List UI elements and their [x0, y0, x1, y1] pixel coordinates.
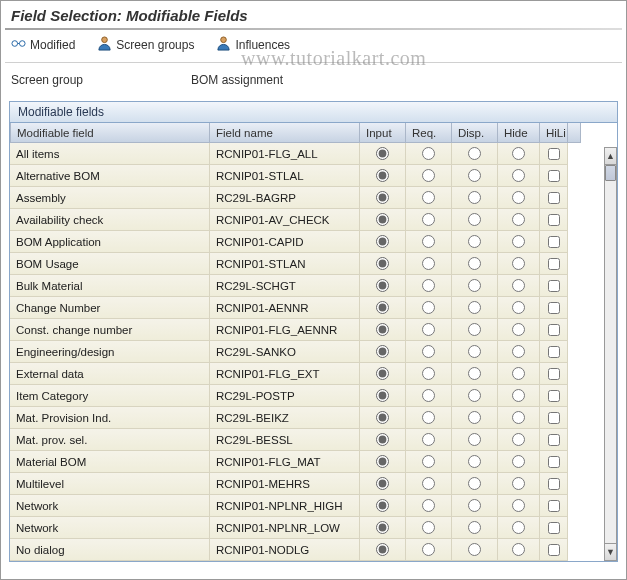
radio-req[interactable] — [422, 389, 435, 402]
hili-checkbox[interactable] — [548, 434, 560, 446]
radio-disp[interactable] — [468, 279, 481, 292]
radio-hide[interactable] — [512, 235, 525, 248]
radio-input[interactable] — [376, 543, 389, 556]
radio-input[interactable] — [376, 279, 389, 292]
hili-checkbox[interactable] — [548, 346, 560, 358]
radio-disp[interactable] — [468, 543, 481, 556]
radio-input[interactable] — [376, 455, 389, 468]
radio-hide[interactable] — [512, 169, 525, 182]
hili-checkbox[interactable] — [548, 390, 560, 402]
radio-disp[interactable] — [468, 455, 481, 468]
hili-checkbox[interactable] — [548, 412, 560, 424]
radio-hide[interactable] — [512, 257, 525, 270]
radio-disp[interactable] — [468, 213, 481, 226]
hili-checkbox[interactable] — [548, 170, 560, 182]
hili-checkbox[interactable] — [548, 148, 560, 160]
radio-disp[interactable] — [468, 521, 481, 534]
scroll-thumb[interactable] — [605, 165, 616, 181]
hili-checkbox[interactable] — [548, 522, 560, 534]
col-field-name[interactable]: Field name — [210, 123, 360, 143]
radio-disp[interactable] — [468, 191, 481, 204]
influences-button[interactable]: Influences — [212, 34, 294, 56]
radio-req[interactable] — [422, 521, 435, 534]
hili-checkbox[interactable] — [548, 368, 560, 380]
col-modifiable-field[interactable]: Modifiable field — [10, 123, 210, 143]
radio-hide[interactable] — [512, 213, 525, 226]
radio-disp[interactable] — [468, 389, 481, 402]
radio-hide[interactable] — [512, 543, 525, 556]
radio-hide[interactable] — [512, 433, 525, 446]
radio-disp[interactable] — [468, 301, 481, 314]
radio-input[interactable] — [376, 521, 389, 534]
scroll-down-icon[interactable]: ▼ — [604, 543, 617, 561]
radio-disp[interactable] — [468, 257, 481, 270]
radio-req[interactable] — [422, 257, 435, 270]
radio-input[interactable] — [376, 323, 389, 336]
radio-input[interactable] — [376, 191, 389, 204]
radio-input[interactable] — [376, 147, 389, 160]
hili-checkbox[interactable] — [548, 324, 560, 336]
col-disp[interactable]: Disp. — [452, 123, 498, 143]
radio-hide[interactable] — [512, 477, 525, 490]
hili-checkbox[interactable] — [548, 236, 560, 248]
radio-hide[interactable] — [512, 411, 525, 424]
hili-checkbox[interactable] — [548, 544, 560, 556]
hili-checkbox[interactable] — [548, 302, 560, 314]
radio-hide[interactable] — [512, 367, 525, 380]
radio-disp[interactable] — [468, 499, 481, 512]
radio-req[interactable] — [422, 499, 435, 512]
radio-input[interactable] — [376, 235, 389, 248]
col-hili[interactable]: HiLi — [540, 123, 568, 143]
radio-hide[interactable] — [512, 499, 525, 512]
hili-checkbox[interactable] — [548, 258, 560, 270]
radio-req[interactable] — [422, 367, 435, 380]
radio-req[interactable] — [422, 213, 435, 226]
col-req[interactable]: Req. — [406, 123, 452, 143]
radio-req[interactable] — [422, 455, 435, 468]
radio-req[interactable] — [422, 477, 435, 490]
modified-button[interactable]: Modified — [7, 34, 79, 56]
vertical-scrollbar[interactable]: ▲ ▼ — [604, 147, 617, 561]
scroll-track[interactable] — [604, 165, 617, 543]
radio-hide[interactable] — [512, 345, 525, 358]
radio-input[interactable] — [376, 345, 389, 358]
hili-checkbox[interactable] — [548, 214, 560, 226]
radio-hide[interactable] — [512, 147, 525, 160]
radio-hide[interactable] — [512, 521, 525, 534]
radio-hide[interactable] — [512, 389, 525, 402]
radio-input[interactable] — [376, 389, 389, 402]
radio-req[interactable] — [422, 147, 435, 160]
radio-input[interactable] — [376, 169, 389, 182]
radio-req[interactable] — [422, 345, 435, 358]
radio-disp[interactable] — [468, 345, 481, 358]
col-hide[interactable]: Hide — [498, 123, 540, 143]
col-input[interactable]: Input — [360, 123, 406, 143]
radio-input[interactable] — [376, 301, 389, 314]
radio-req[interactable] — [422, 191, 435, 204]
radio-disp[interactable] — [468, 147, 481, 160]
radio-disp[interactable] — [468, 235, 481, 248]
hili-checkbox[interactable] — [548, 500, 560, 512]
hili-checkbox[interactable] — [548, 280, 560, 292]
radio-req[interactable] — [422, 433, 435, 446]
radio-hide[interactable] — [512, 323, 525, 336]
radio-disp[interactable] — [468, 367, 481, 380]
radio-input[interactable] — [376, 499, 389, 512]
screen-groups-button[interactable]: Screen groups — [93, 34, 198, 56]
radio-input[interactable] — [376, 433, 389, 446]
radio-disp[interactable] — [468, 169, 481, 182]
radio-input[interactable] — [376, 213, 389, 226]
radio-disp[interactable] — [468, 411, 481, 424]
hili-checkbox[interactable] — [548, 456, 560, 468]
radio-input[interactable] — [376, 411, 389, 424]
hili-checkbox[interactable] — [548, 478, 560, 490]
radio-req[interactable] — [422, 543, 435, 556]
radio-req[interactable] — [422, 279, 435, 292]
radio-req[interactable] — [422, 235, 435, 248]
radio-hide[interactable] — [512, 455, 525, 468]
radio-disp[interactable] — [468, 433, 481, 446]
radio-req[interactable] — [422, 169, 435, 182]
radio-disp[interactable] — [468, 323, 481, 336]
radio-req[interactable] — [422, 323, 435, 336]
radio-hide[interactable] — [512, 191, 525, 204]
